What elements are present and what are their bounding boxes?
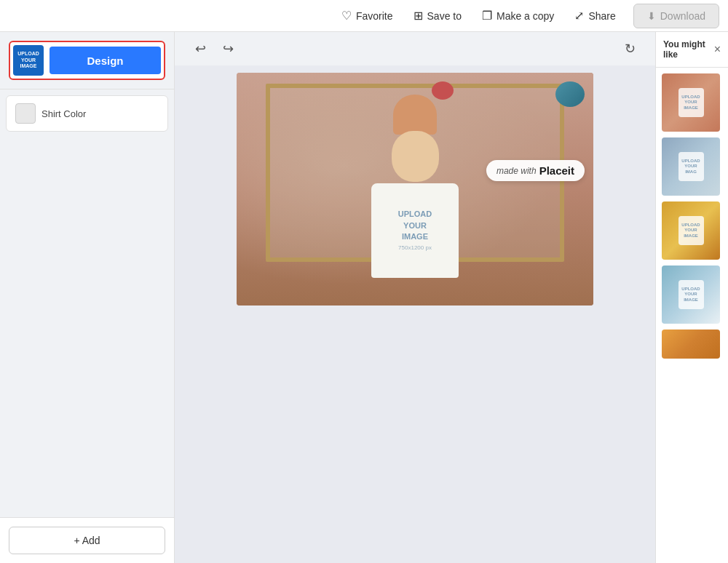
toolbar-left: ↩ ↪ [189, 38, 239, 60]
favorite-label: Favorite [356, 10, 393, 22]
center-canvas: ↩ ↪ ↻ UPLOAD YOUR [175, 32, 655, 563]
save-to-label: Save to [427, 10, 462, 22]
mockup-image: UPLOAD YOUR IMAGE 750x1200 px made with … [237, 73, 593, 306]
shirt-upload-line2: YOUR [398, 220, 432, 231]
upload-line1: UPLOAD [17, 51, 39, 57]
mockup-person: UPLOAD YOUR IMAGE 750x1200 px [349, 95, 480, 306]
shirt-upload-placeholder: UPLOAD YOUR IMAGE 750x1200 px [398, 209, 432, 252]
download-icon: ⬇ [647, 10, 656, 22]
add-button[interactable]: + Add [9, 527, 165, 554]
thumb-shirt-3: UPLOADYOURIMAGE [678, 216, 704, 245]
make-copy-button[interactable]: ❐ Make a copy [473, 4, 563, 27]
upload-line3: IMAGE [20, 63, 37, 69]
thumbnail-1[interactable]: UPLOADYOURIMAGE [662, 73, 720, 132]
shirt-color-swatch [15, 103, 36, 124]
upload-placeholder-icon: UPLOAD YOUR IMAGE [13, 45, 44, 76]
right-panel-header: You might like × [656, 32, 728, 68]
shirt-upload-size: 750x1200 px [398, 244, 432, 252]
top-navigation: ♡ Favorite ⊞ Save to ❐ Make a copy ⤢ Sha… [0, 0, 728, 32]
left-sidebar: UPLOAD YOUR IMAGE Design Shirt Color + A… [0, 32, 175, 563]
share-icon: ⤢ [574, 9, 584, 23]
person-shirt: UPLOAD YOUR IMAGE 750x1200 px [371, 183, 459, 278]
right-sidebar: You might like × UPLOADYOURIMAGE UPLOADY… [655, 32, 728, 563]
copy-icon: ❐ [482, 9, 492, 23]
share-label: Share [588, 10, 615, 22]
canvas-area: UPLOAD YOUR IMAGE 750x1200 px made with … [175, 65, 655, 563]
canvas-toolbar: ↩ ↪ ↻ [175, 32, 655, 65]
made-with-text: made with [496, 166, 537, 176]
thumbnail-5[interactable] [662, 330, 720, 359]
make-copy-label: Make a copy [496, 10, 554, 22]
sidebar-footer: + Add [0, 517, 174, 563]
person-hat [393, 95, 437, 135]
thumbnails-list: UPLOADYOURIMAGE UPLOADYOURIMAG UPLOADYOU… [656, 68, 728, 563]
shirt-color-label: Shirt Color [41, 108, 86, 119]
favorite-button[interactable]: ♡ Favorite [333, 4, 402, 27]
thumb-shirt-2: UPLOADYOURIMAG [678, 152, 704, 181]
sidebar-content [0, 137, 174, 517]
thumb-inner-4: UPLOADYOURIMAGE [662, 265, 720, 324]
save-to-button[interactable]: ⊞ Save to [405, 4, 470, 27]
share-button[interactable]: ⤢ Share [566, 4, 624, 27]
decoration-right [555, 81, 585, 107]
main-layout: UPLOAD YOUR IMAGE Design Shirt Color + A… [0, 32, 728, 563]
shirt-upload-line1: UPLOAD [398, 209, 432, 220]
upload-line2: YOUR [21, 57, 36, 63]
thumb-inner-3: UPLOADYOURIMAGE [662, 201, 720, 260]
brand-name: Placeit [539, 164, 574, 177]
save-icon: ⊞ [414, 9, 423, 23]
thumbnail-2[interactable]: UPLOADYOURIMAG [662, 137, 720, 196]
made-with-badge: made with Placeit [486, 160, 585, 181]
close-panel-button[interactable]: × [714, 44, 721, 55]
thumb-shirt-4: UPLOADYOURIMAGE [678, 280, 704, 309]
thumb-inner-2: UPLOADYOURIMAG [662, 137, 720, 196]
download-label: Download [660, 10, 705, 22]
shirt-color-row[interactable]: Shirt Color [6, 95, 168, 132]
refresh-button[interactable]: ↻ [619, 38, 641, 60]
design-area: UPLOAD YOUR IMAGE Design [9, 41, 165, 80]
thumbnail-3[interactable]: UPLOADYOURIMAGE [662, 201, 720, 260]
undo-button[interactable]: ↩ [189, 38, 211, 60]
person-head [392, 131, 439, 182]
shirt-upload-line3: IMAGE [398, 231, 432, 242]
heart-icon: ♡ [341, 9, 352, 23]
download-button: ⬇ Download [633, 4, 719, 28]
thumbnail-4[interactable]: UPLOADYOURIMAGE [662, 265, 720, 324]
redo-button[interactable]: ↪ [217, 38, 239, 60]
thumb-inner-5 [662, 330, 720, 359]
thumb-inner-1: UPLOADYOURIMAGE [662, 73, 720, 132]
thumb-shirt-1: UPLOADYOURIMAGE [678, 88, 704, 117]
sidebar-top-area: UPLOAD YOUR IMAGE Design [0, 32, 174, 89]
design-button[interactable]: Design [50, 47, 161, 74]
you-might-like-title: You might like [663, 39, 714, 60]
